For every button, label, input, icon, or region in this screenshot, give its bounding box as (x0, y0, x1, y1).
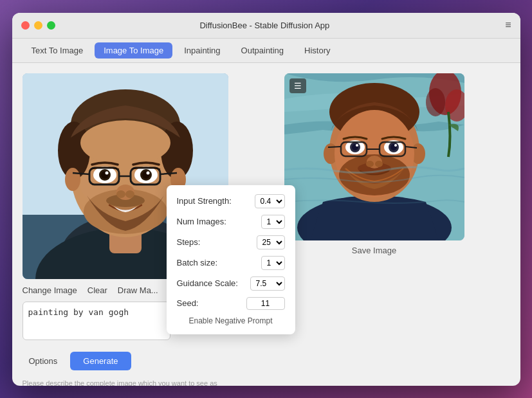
option-row-input-strength: Input Strength: 0.4 0.3 0.5 (177, 194, 285, 208)
output-menu-button[interactable]: ☰ (289, 78, 306, 93)
guidance-scale-select[interactable]: 7.5 5.0 10.0 (250, 276, 285, 291)
steps-select[interactable]: 25 30 40 (257, 235, 285, 249)
seed-input[interactable] (246, 297, 285, 310)
close-button[interactable] (21, 21, 30, 30)
option-row-num-images: Num Images: 1 2 3 (177, 215, 285, 229)
batch-size-select[interactable]: 1 2 3 (261, 256, 285, 270)
main-content: Change Image Clear Draw Ma... painting b… (12, 63, 520, 386)
num-images-select[interactable]: 1 2 3 (261, 215, 285, 229)
option-row-steps: Steps: 25 30 40 (177, 235, 285, 249)
clear-button[interactable]: Clear (87, 285, 107, 295)
svg-point-36 (426, 88, 445, 116)
bottom-buttons: Options Generate (23, 352, 228, 370)
enable-negative-prompt-link[interactable]: Enable Negative Prompt (177, 316, 285, 325)
app-window: DiffusionBee - Stable Diffusion App ≡ Te… (12, 13, 520, 386)
output-image-svg (284, 73, 464, 240)
seed-label: Seed: (177, 298, 199, 308)
tab-history[interactable]: History (295, 42, 339, 59)
svg-line-61 (328, 147, 341, 147)
steps-label: Steps: (177, 237, 201, 247)
svg-point-49 (375, 161, 383, 167)
draw-mask-button[interactable]: Draw Ma... (118, 285, 158, 295)
svg-point-19 (125, 190, 134, 198)
svg-point-57 (394, 144, 397, 147)
num-images-label: Num Images: (177, 217, 226, 226)
hint-text: Please describe the complete image which… (23, 379, 228, 386)
guidance-scale-label: Guidance Scale: (177, 278, 238, 288)
option-row-seed: Seed: (177, 297, 285, 310)
tabbar: Text To Image Image To Image Inpainting … (12, 39, 520, 63)
save-image-label: Save Image (352, 246, 396, 255)
svg-point-23 (105, 171, 108, 174)
input-strength-label: Input Strength: (177, 196, 232, 206)
svg-point-18 (116, 190, 125, 198)
option-row-guidance-scale: Guidance Scale: 7.5 5.0 10.0 (177, 276, 285, 291)
options-button[interactable]: Options (23, 352, 64, 370)
prompt-input[interactable]: painting by van gogh (23, 302, 170, 340)
tab-image-to-image[interactable]: Image To Image (95, 42, 172, 59)
titlebar: DiffusionBee - Stable Diffusion App ≡ (12, 13, 520, 39)
input-strength-select[interactable]: 0.4 0.3 0.5 (255, 194, 285, 208)
svg-point-27 (146, 171, 149, 174)
change-image-button[interactable]: Change Image (23, 285, 77, 295)
menu-icon[interactable]: ≡ (505, 19, 511, 31)
generate-button[interactable]: Generate (70, 352, 131, 370)
minimize-button[interactable] (34, 21, 42, 30)
maximize-button[interactable] (47, 21, 55, 30)
output-image-container: ☰ (284, 73, 464, 240)
tab-text-to-image[interactable]: Text To Image (23, 42, 93, 59)
tab-outpainting[interactable]: Outpainting (232, 42, 293, 59)
traffic-lights (21, 21, 55, 30)
app-title: DiffusionBee - Stable Diffusion App (63, 21, 467, 30)
svg-point-10 (80, 120, 170, 165)
svg-point-48 (366, 161, 374, 167)
tab-inpainting[interactable]: Inpainting (175, 42, 229, 59)
svg-point-11 (65, 168, 80, 191)
batch-size-label: Batch size: (177, 258, 218, 267)
svg-point-53 (356, 144, 358, 147)
option-row-batch-size: Batch size: 1 2 3 (177, 256, 285, 270)
options-popup: Input Strength: 0.4 0.3 0.5 Num Images: … (167, 185, 295, 334)
